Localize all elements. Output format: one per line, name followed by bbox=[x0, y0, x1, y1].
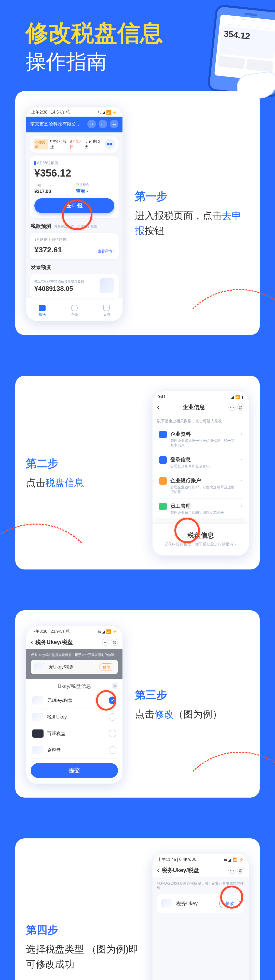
target-icon[interactable]: ◎ bbox=[111, 639, 118, 646]
step-label: 第四步 bbox=[26, 923, 140, 937]
target-icon[interactable]: ◎ bbox=[237, 867, 244, 874]
back-icon[interactable]: ‹ bbox=[157, 404, 159, 411]
tax-summary-card: 8月纳税预测 ¥356.12 小规 ¥217.98 营业税金 查看 › bbox=[30, 156, 119, 218]
dimmed-background: 税务Ukey或税盘是办税所需，用于企业开具发票时的核验 无Ukey/税盘 修改 bbox=[26, 649, 122, 679]
step-body: 选择税盘类型 （图为例)即可修改成功 bbox=[26, 942, 140, 972]
page-title: 企业信息 bbox=[162, 403, 226, 411]
status-icons: ⇆ ◢ 📶 ⚡ bbox=[98, 110, 117, 115]
step3-phone-mock: 下午3:30 | 23.9K/s 总 ⇆ ◢ 📶 ⚡ ‹ 税务Ukey/税盘 ⋯… bbox=[26, 625, 123, 784]
item-staff-manage[interactable]: 员工管理管理企业员工薪酬明细以及花名册 › bbox=[157, 498, 244, 519]
status-icons: ⇆ ◢ 📶 ⚡ bbox=[98, 629, 117, 634]
more-icon[interactable]: ⋯ bbox=[102, 639, 109, 646]
page-title: 税务Ukey/税盘 bbox=[162, 867, 199, 874]
detail-link[interactable]: 查看详情 › bbox=[98, 249, 114, 254]
more-icon[interactable]: ⋯ bbox=[228, 867, 235, 874]
bank-icon bbox=[159, 477, 167, 485]
nav-mine-icon bbox=[103, 305, 110, 311]
prediction-card: 9月纳税预测(待调整) ¥372.61 查看详情 › bbox=[30, 233, 119, 259]
target-icon[interactable]: ◎ bbox=[237, 404, 244, 411]
page-title: 税务Ukey/税盘 bbox=[35, 638, 73, 646]
disk-thumb-icon bbox=[32, 729, 44, 738]
step-1: 上午2:38 | 14.5K/s 总 ⇆ ◢ 📶 ⚡ 南京市五哈科技有限公司… … bbox=[15, 91, 260, 335]
company-bar[interactable]: 南京市五哈科技有限公司… ⇄ ⋯ ◎ bbox=[26, 116, 122, 132]
nav-tax[interactable]: 报税 bbox=[26, 302, 58, 321]
item-company-profile[interactable]: 企业资料管理企业诸如统一社会信用代码、税号等基本信息 › bbox=[157, 426, 244, 452]
invoice-illustration bbox=[100, 278, 114, 293]
status-icons: ◢ 📶 ▮ bbox=[231, 395, 244, 399]
selected-disk-row: 税务Ukey 修改 bbox=[157, 894, 244, 913]
status-time: 上午11:45 | 0.4K/s 总 bbox=[158, 857, 196, 862]
disk-thumb-icon bbox=[34, 663, 46, 671]
company-name: 南京市五哈科技有限公司… bbox=[30, 121, 85, 127]
step-label: 第三步 bbox=[135, 688, 249, 702]
item-bank-account[interactable]: 企业银行账户管理企业银行账户，方便快速填写企业银行信息 › bbox=[157, 473, 244, 498]
nav-ledger-icon bbox=[71, 305, 77, 311]
radio-icon bbox=[109, 713, 116, 721]
declare-button[interactable]: 去申报 bbox=[34, 198, 114, 213]
disk-thumb-icon bbox=[32, 746, 44, 754]
step-body: 点击修改（图为例） bbox=[135, 707, 249, 722]
selection-sheet: Ukey/税盘信息 ✕ 无Ukey/税盘 税务Ukey bbox=[26, 679, 122, 784]
nav-tax-icon bbox=[39, 305, 46, 311]
disk-thumb-icon bbox=[32, 713, 44, 721]
profile-icon bbox=[159, 431, 167, 438]
radio-icon bbox=[109, 730, 116, 737]
invoice-card: 截至2022/08/31预估可开票总金额 ¥4089138.05 bbox=[30, 274, 119, 298]
prediction-heading: 税款预测 bbox=[31, 223, 51, 230]
staff-icon bbox=[159, 503, 167, 510]
disk-thumb-icon bbox=[161, 899, 172, 908]
option-baiwang[interactable]: 百旺税盘 bbox=[31, 725, 118, 742]
chevron-right-icon: › bbox=[240, 431, 242, 448]
step-3: 下午3:30 | 23.9K/s 总 ⇆ ◢ 📶 ⚡ ‹ 税务Ukey/税盘 ⋯… bbox=[15, 610, 260, 797]
infographic-page: 修改税盘信息 操作指南 354.12 上午2:38 | 14.5K/s 总 ⇆ … bbox=[0, 0, 275, 980]
disk-thumb-icon bbox=[32, 696, 44, 705]
tax-amount: ¥356.12 bbox=[34, 167, 114, 179]
step2-phone-mock: 9:41 ◢ 📶 ▮ ‹ 企业信息 ⋯◎ 以下是企业相关数据，点击可进入修改； … bbox=[152, 391, 249, 556]
robot-icon bbox=[104, 139, 115, 150]
step1-phone-mock: 上午2:38 | 14.5K/s 总 ⇆ ◢ 📶 ⚡ 南京市五哈科技有限公司… … bbox=[26, 107, 123, 321]
back-icon[interactable]: ‹ bbox=[157, 867, 159, 874]
option-ukey[interactable]: 税务Ukey bbox=[31, 709, 118, 725]
status-time: 9:41 bbox=[158, 395, 166, 399]
more-icon[interactable]: ⋯ bbox=[228, 404, 235, 411]
step-body: 进入报税页面，点击去申报按钮 bbox=[135, 208, 249, 238]
step-2: 第二步 点击税盘信息 9:41 ◢ 📶 ▮ ‹ 企业信息 ⋯◎ 以下是企业相关数… bbox=[15, 376, 260, 570]
submit-button[interactable]: 提交 bbox=[31, 763, 118, 778]
step-4: 第四步 选择税盘类型 （图为例)即可修改成功 上午11:45 | 0.4K/s … bbox=[15, 838, 260, 980]
option-none[interactable]: 无Ukey/税盘 bbox=[31, 692, 118, 709]
chevron-right-icon: › bbox=[240, 456, 242, 469]
back-icon[interactable]: ‹ bbox=[31, 639, 33, 646]
radio-icon bbox=[109, 746, 116, 754]
current-disk-chip: 无Ukey/税盘 修改 bbox=[31, 660, 118, 674]
item-login-info[interactable]: 登录信息管理登录账号和登录密码 › bbox=[157, 452, 244, 473]
page-hint: 以下是企业相关数据，点击可进入修改； bbox=[157, 419, 244, 423]
menu-icon[interactable]: ⋯ bbox=[98, 120, 107, 128]
invoice-heading: 发票额度 bbox=[31, 264, 51, 271]
deadline-alert[interactable]: 小微提醒 申报期截止 9月19日 ，还剩 2 天 bbox=[30, 136, 119, 153]
radio-checked-icon bbox=[109, 697, 116, 704]
modify-button[interactable]: 修改 bbox=[219, 899, 240, 908]
chevron-right-icon: › bbox=[240, 477, 242, 494]
header: 修改税盘信息 操作指南 354.12 bbox=[0, 0, 275, 91]
login-icon bbox=[159, 456, 167, 464]
modify-button[interactable]: 修改 bbox=[99, 663, 114, 671]
switch-icon[interactable]: ⇄ bbox=[87, 120, 96, 128]
status-time: 上午2:38 | 14.5K/s 总 bbox=[31, 110, 70, 115]
option-jinshui[interactable]: 金税盘 bbox=[31, 742, 118, 759]
step-label: 第一步 bbox=[135, 189, 249, 204]
target-icon[interactable]: ◎ bbox=[110, 120, 119, 128]
nav-ledger[interactable]: 查账 bbox=[58, 302, 90, 321]
step-body: 点击税盘信息 bbox=[26, 475, 140, 490]
chevron-right-icon: › bbox=[240, 503, 242, 515]
tax-disk-popup[interactable]: 税盘信息 记录申报的税盘，便于通知您进行抄报清卡 bbox=[153, 524, 249, 555]
status-icons: ⇆ ◢ 📶 ⚡ bbox=[224, 857, 244, 862]
step4-phone-mock: 上午11:45 | 0.4K/s 总 ⇆ ◢ 📶 ⚡ ‹ 税务Ukey/税盘 ⋯… bbox=[152, 854, 249, 980]
status-time: 下午3:30 | 23.9K/s 总 bbox=[31, 629, 70, 634]
step-label: 第二步 bbox=[26, 457, 140, 471]
close-icon[interactable]: ✕ bbox=[112, 683, 118, 689]
nav-mine[interactable]: 我的 bbox=[90, 302, 122, 321]
bottom-nav: 报税 查账 我的 bbox=[26, 302, 122, 321]
